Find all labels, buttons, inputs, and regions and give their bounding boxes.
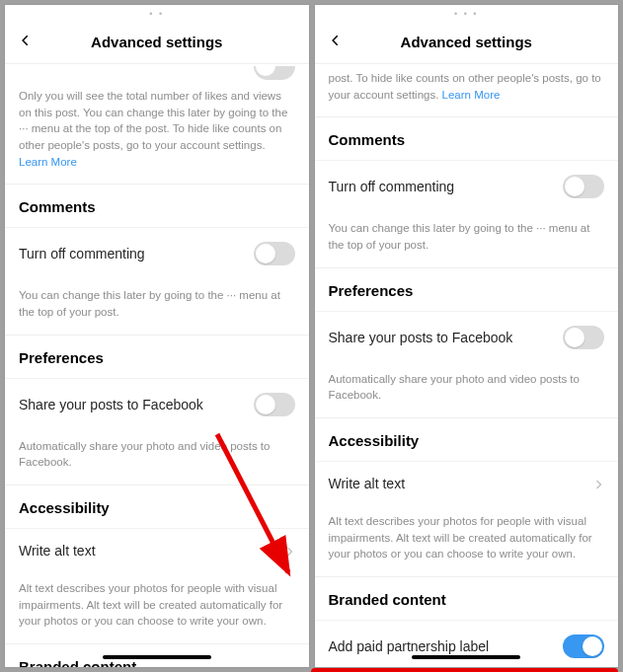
turn-off-commenting-toggle[interactable]	[254, 242, 295, 265]
content: Only you will see the total number of li…	[5, 64, 309, 668]
share-fb-label: Share your posts to Facebook	[19, 397, 254, 412]
learn-more-link[interactable]: Learn More	[442, 89, 501, 101]
write-alt-text-label: Write alt text	[19, 543, 283, 559]
accessibility-helper: Alt text describes your photos for peopl…	[315, 505, 619, 576]
chevron-right-icon	[283, 545, 295, 557]
turn-off-commenting-toggle[interactable]	[563, 175, 604, 198]
comments-section-title: Comments	[5, 184, 309, 227]
write-alt-text-row[interactable]: Write alt text	[5, 528, 309, 572]
home-indicator	[103, 655, 211, 659]
accessibility-section-title: Accessibility	[315, 417, 619, 461]
back-icon	[329, 34, 343, 51]
share-fb-toggle[interactable]	[254, 393, 295, 416]
comments-section-title: Comments	[315, 116, 619, 160]
share-fb-toggle[interactable]	[563, 326, 604, 349]
prefs-helper: Automatically share your photo and video…	[315, 363, 619, 417]
status-dots: • • •	[315, 5, 619, 21]
turn-off-commenting-row[interactable]: Turn off commenting	[315, 160, 619, 212]
page-title: Advanced settings	[91, 34, 222, 50]
hide-likes-toggle-clipped[interactable]	[254, 66, 295, 80]
share-fb-row[interactable]: Share your posts to Facebook	[5, 378, 309, 430]
paid-partnership-label: Add paid partnership label	[329, 638, 564, 654]
home-indicator	[412, 655, 520, 659]
paid-partnership-toggle[interactable]	[563, 635, 604, 658]
page-title: Advanced settings	[401, 34, 532, 50]
hide-likes-helper-clipped: post. To hide like counts on other peopl…	[315, 64, 619, 116]
back-button[interactable]	[15, 32, 37, 53]
phone-right: • • • Advanced settings post. To hide li…	[314, 4, 620, 668]
turn-off-commenting-row[interactable]: Turn off commenting	[5, 227, 309, 279]
status-dots: • •	[5, 5, 309, 21]
header: Advanced settings	[315, 21, 619, 64]
back-icon	[19, 34, 33, 51]
preferences-section-title: Preferences	[315, 267, 619, 311]
share-fb-row[interactable]: Share your posts to Facebook	[315, 311, 619, 363]
comments-helper: You can change this later by going to th…	[315, 212, 619, 266]
learn-more-link[interactable]: Learn More	[19, 156, 77, 168]
accessibility-helper: Alt text describes your photos for peopl…	[5, 572, 309, 643]
hide-likes-helper: Only you will see the total number of li…	[5, 80, 309, 184]
write-alt-text-row[interactable]: Write alt text	[315, 461, 619, 505]
write-alt-text-label: Write alt text	[329, 476, 593, 491]
content: post. To hide like counts on other peopl…	[315, 64, 619, 668]
header: Advanced settings	[5, 21, 309, 64]
turn-off-commenting-label: Turn off commenting	[329, 179, 564, 194]
back-button[interactable]	[325, 32, 347, 53]
phone-left: • • Advanced settings Only you will see …	[4, 4, 310, 668]
comments-helper: You can change this later by going to th…	[5, 279, 309, 334]
paid-partnership-row[interactable]: Add paid partnership label	[315, 620, 619, 668]
turn-off-commenting-label: Turn off commenting	[19, 246, 254, 261]
branded-content-section-title: Branded content	[315, 576, 619, 620]
accessibility-section-title: Accessibility	[5, 485, 309, 528]
chevron-right-icon	[592, 478, 604, 489]
preferences-section-title: Preferences	[5, 335, 309, 378]
share-fb-label: Share your posts to Facebook	[329, 330, 564, 345]
prefs-helper: Automatically share your photo and video…	[5, 430, 309, 485]
